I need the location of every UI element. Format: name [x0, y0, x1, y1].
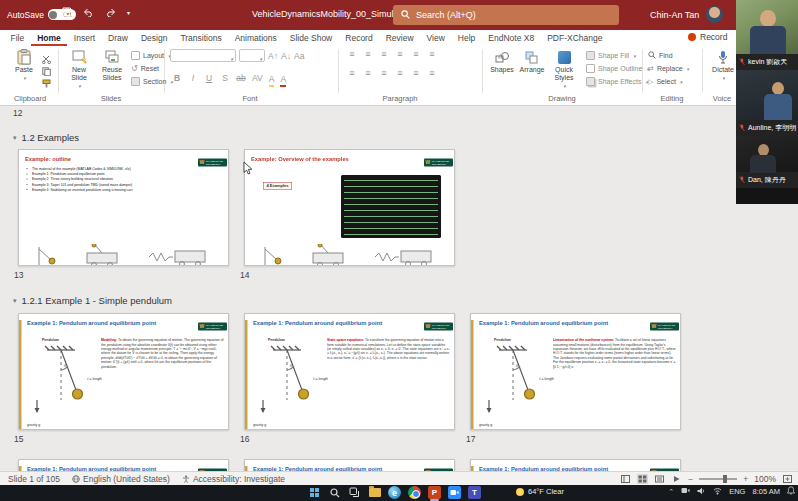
network-icon[interactable] [713, 487, 722, 497]
tab-endnote[interactable]: EndNote X8 [482, 30, 541, 46]
language-indicator[interactable]: English (United States) [72, 474, 170, 484]
bullets-button[interactable] [346, 49, 358, 59]
section-header-example1[interactable]: 1.2.1 Example 1 - Simple pendulum [13, 295, 172, 306]
format-painter-icon[interactable] [42, 74, 51, 92]
zoom-app-button[interactable] [448, 486, 461, 499]
font-name-combo[interactable] [170, 49, 236, 62]
tab-home[interactable]: Home [31, 30, 68, 46]
slide-thumbnail-15[interactable]: Example 1: Pendulum around equilibrium p… [18, 313, 229, 430]
tab-pdf-xchange[interactable]: PDF-XChange [541, 30, 609, 46]
slide-thumbnail-14[interactable]: Example: Overview of the examples WWAYNE… [244, 149, 455, 266]
section-button[interactable]: Section [131, 76, 173, 87]
slide-thumbnail-16[interactable]: Example 1: Pendulum around equilibrium p… [244, 313, 455, 430]
tab-design[interactable]: Design [134, 30, 173, 46]
normal-view-button[interactable] [620, 474, 631, 484]
slide-indicator[interactable]: Slide 1 of 105 [8, 474, 60, 484]
layout-button[interactable]: Layout [131, 50, 171, 61]
tab-slide-show[interactable]: Slide Show [283, 30, 339, 46]
columns-button[interactable] [410, 68, 422, 78]
arrange-button[interactable]: Arrange [518, 48, 546, 74]
input-language[interactable]: ENG [729, 487, 745, 496]
slideshow-view-button[interactable] [671, 474, 682, 484]
change-case-button[interactable]: Aa [294, 51, 304, 61]
justify-button[interactable] [394, 68, 406, 78]
slide-thumbnail-19-partial[interactable]: Example 1: Pendulum around equilibrium p… [244, 459, 455, 471]
text-shadow-button[interactable]: S [220, 73, 230, 83]
slide-sorter-view-button[interactable] [637, 474, 648, 484]
align-left-button[interactable] [346, 68, 358, 78]
shape-outline-button[interactable]: Shape Outline [586, 63, 649, 74]
align-right-button[interactable] [378, 68, 390, 78]
reuse-slides-button[interactable]: Reuse Slides [96, 48, 128, 82]
tab-help[interactable]: Help [451, 30, 481, 46]
accessibility-checker[interactable]: Accessibility: Investigate [182, 474, 285, 484]
account-control[interactable]: Chin-An Tan [650, 6, 723, 23]
shape-fill-button[interactable]: Shape Fill [586, 50, 636, 61]
tab-transitions[interactable]: Transitions [174, 30, 228, 46]
new-slide-button[interactable]: New Slide [64, 48, 94, 90]
italic-button[interactable]: I [188, 73, 198, 83]
underline-button[interactable]: U [204, 73, 214, 83]
tab-draw[interactable]: Draw [102, 30, 135, 46]
chrome-button[interactable] [408, 486, 421, 499]
tray-camera-icon[interactable] [681, 487, 690, 496]
participant-name-row[interactable]: kevin 劉啟天 [736, 54, 798, 70]
show-hidden-icons-button[interactable]: ⌃ [668, 488, 674, 496]
paste-button[interactable]: Paste [8, 48, 40, 82]
participant-name-row[interactable]: Aunline, 李明明 [736, 120, 798, 136]
replace-button[interactable]: ⇄Replace [648, 63, 689, 74]
font-size-combo[interactable] [239, 49, 265, 62]
customize-qat-chevron-icon[interactable]: ▾ [127, 9, 130, 16]
slide-thumbnail-13[interactable]: Example: outline WWAYNE STATEUNIVERSITY … [18, 149, 229, 266]
reading-view-button[interactable] [654, 474, 665, 484]
tab-view[interactable]: View [420, 30, 451, 46]
teams-button[interactable] [468, 486, 481, 499]
select-button[interactable]: ▷Select [648, 76, 682, 87]
taskbar-search-button[interactable] [328, 486, 341, 499]
participant-name-row[interactable]: Dan, 陳丹丹 [736, 172, 798, 188]
slide-thumbnail-17[interactable]: Example 1: Pendulum around equilibrium p… [470, 313, 681, 430]
zoom-level[interactable]: 100% [754, 474, 776, 484]
tab-animations[interactable]: Animations [228, 30, 283, 46]
slide-thumbnail-18-partial[interactable]: Example 1: Pendulum around equilibrium p… [18, 459, 229, 471]
reset-button[interactable]: ↺Reset [131, 63, 159, 74]
text-direction-button[interactable] [426, 49, 438, 59]
quick-styles-button[interactable]: Quick Styles [548, 48, 580, 90]
find-button[interactable]: Find [648, 50, 673, 61]
dictate-button[interactable]: Dictate [708, 48, 738, 82]
shape-effects-button[interactable]: Shape Effects [586, 76, 648, 87]
speaker-icon[interactable] [697, 487, 706, 497]
edge-button[interactable] [388, 486, 401, 499]
participant-video[interactable] [736, 136, 798, 172]
zoom-slider[interactable] [699, 478, 737, 480]
smartart-button[interactable] [426, 68, 438, 78]
undo-icon[interactable] [83, 8, 94, 17]
decrease-indent-button[interactable] [378, 49, 390, 59]
align-center-button[interactable] [362, 68, 374, 78]
redo-icon[interactable] [105, 8, 116, 17]
start-button[interactable] [308, 486, 321, 499]
slide-thumbnail-20-partial[interactable]: Example 1: Pendulum around equilibrium p… [470, 459, 681, 471]
highlight-color-button[interactable]: A [269, 68, 275, 87]
line-spacing-button[interactable] [410, 49, 422, 59]
record-button[interactable]: Record [688, 32, 727, 42]
meeting-panel[interactable]: kevin 劉啟天 Aunline, 李明明 Dan, 陳丹丹 [736, 0, 798, 204]
numbering-button[interactable] [362, 49, 374, 59]
weather-widget[interactable]: 64°F Clear [516, 487, 564, 496]
font-color-button[interactable]: A [280, 68, 286, 87]
tab-file[interactable]: File [4, 30, 31, 46]
tab-record[interactable]: Record [339, 30, 379, 46]
tab-review[interactable]: Review [379, 30, 420, 46]
task-view-button[interactable] [348, 486, 361, 499]
file-explorer-button[interactable] [368, 486, 381, 499]
save-icon[interactable] [62, 7, 72, 17]
shrink-font-button[interactable]: A↓ [281, 51, 291, 61]
increase-indent-button[interactable] [394, 49, 406, 59]
participant-video-self[interactable] [736, 0, 798, 54]
zoom-in-button[interactable]: + [743, 474, 748, 484]
search-box[interactable]: Search (Alt+Q) [393, 5, 619, 25]
bold-button[interactable]: B [172, 73, 182, 83]
tab-insert[interactable]: Insert [67, 30, 101, 46]
zoom-out-button[interactable]: − [688, 474, 693, 484]
grow-font-button[interactable]: A↑ [268, 51, 278, 61]
